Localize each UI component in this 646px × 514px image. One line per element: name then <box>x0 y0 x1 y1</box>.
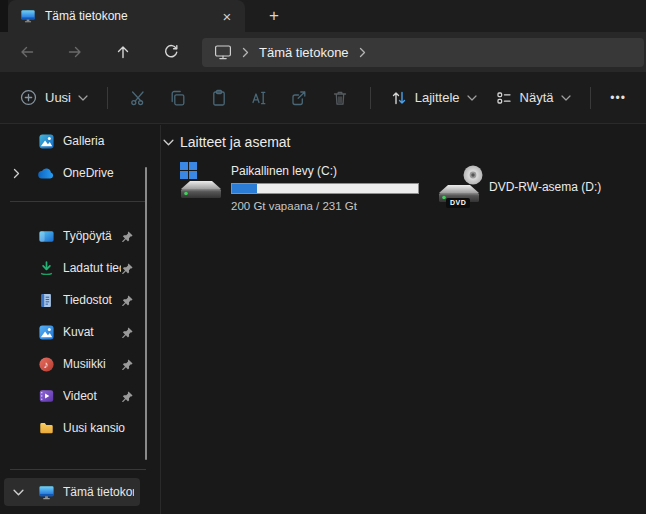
sidebar-item-label: Tiedostot <box>63 293 121 307</box>
videos-icon <box>36 387 56 405</box>
sidebar-item-label: OneDrive <box>63 166 134 180</box>
disc-icon <box>462 164 484 190</box>
collapse-chevron-icon[interactable] <box>10 489 36 496</box>
window-body: Galleria OneDrive <box>0 125 646 514</box>
rename-button[interactable] <box>244 81 274 115</box>
sidebar-divider <box>10 469 146 470</box>
share-button[interactable] <box>284 81 314 115</box>
documents-icon <box>36 291 56 309</box>
folder-icon <box>36 419 56 437</box>
sidebar-item-musiikki[interactable]: ♪ Musiikki <box>4 350 140 378</box>
chevron-down-icon <box>467 95 477 101</box>
drive-free-space: 200 Gt vapaana / 231 Gt <box>231 200 419 212</box>
cut-button[interactable] <box>123 81 153 115</box>
sidebar-item-kuvat[interactable]: Kuvat <box>4 318 140 346</box>
more-options-button[interactable]: ••• <box>600 83 636 113</box>
sidebar-item-ladatut-tiedostot[interactable]: Ladatut tiedostot <box>4 254 140 282</box>
chevron-right-icon[interactable] <box>359 47 366 58</box>
computer-icon <box>214 44 232 61</box>
toolbar-divider <box>370 87 371 109</box>
window-corner <box>0 0 8 32</box>
pictures-icon <box>36 323 56 341</box>
navigation-pane: Galleria OneDrive <box>0 125 160 514</box>
dvd-badge: DVD <box>446 198 470 208</box>
sidebar-item-label: Kuvat <box>63 325 121 339</box>
copy-button[interactable] <box>163 81 193 115</box>
dvd-drive-icon: DVD <box>437 166 481 208</box>
back-button[interactable] <box>10 37 44 67</box>
breadcrumb-location[interactable]: Tämä tietokone <box>259 45 349 60</box>
onedrive-icon <box>36 164 56 182</box>
drive-name: DVD-RW-asema (D:) <box>489 180 601 195</box>
toolbar-divider <box>107 87 108 109</box>
tab-close-button[interactable]: × <box>215 4 239 28</box>
sort-icon <box>390 89 408 107</box>
view-button-label: Näytä <box>520 90 554 105</box>
sort-button[interactable]: Lajittele <box>381 82 486 114</box>
desktop-icon <box>36 227 56 245</box>
command-bar: Uusi <box>0 72 646 124</box>
capacity-bar-fill <box>232 184 257 193</box>
drive-item-d[interactable]: DVD DVD-RW-asema (D:) <box>437 162 601 212</box>
chevron-right-icon <box>242 47 249 58</box>
navigation-bar: Tämä tietokone <box>0 32 646 72</box>
drive-item-c[interactable]: Paikallinen levy (C:) 200 Gt vapaana / 2… <box>179 162 419 212</box>
pin-icon <box>121 326 134 339</box>
sidebar-item-label: Tämä tietokone <box>63 485 134 499</box>
file-explorer-window: Tämä tietokone × + <box>0 0 646 514</box>
drive-name: Paikallinen levy (C:) <box>231 164 419 179</box>
pin-icon <box>121 390 134 403</box>
pin-icon <box>121 262 134 275</box>
gallery-icon <box>36 132 56 150</box>
pin-icon <box>121 358 134 371</box>
plus-circle-icon <box>19 88 38 107</box>
sidebar-item-galleria[interactable]: Galleria <box>4 127 140 155</box>
delete-button[interactable] <box>325 81 355 115</box>
view-button[interactable]: Näytä <box>486 82 580 114</box>
windows-logo-icon <box>180 162 197 179</box>
new-tab-button[interactable]: + <box>259 2 289 30</box>
new-button[interactable]: Uusi <box>10 81 97 114</box>
sidebar-item-onedrive[interactable]: OneDrive <box>4 159 140 187</box>
sidebar-scrollbar[interactable] <box>145 167 147 460</box>
chevron-down-icon <box>78 95 88 101</box>
sidebar-item-tama-tietokone[interactable]: Tämä tietokone <box>4 478 140 506</box>
music-note-glyph: ♪ <box>36 355 56 373</box>
downloads-icon <box>36 259 56 277</box>
this-pc-icon <box>20 8 36 24</box>
refresh-button[interactable] <box>154 37 188 67</box>
pin-icon <box>121 294 134 307</box>
group-header-label: Laitteet ja asemat <box>180 134 291 150</box>
tab-bar: Tämä tietokone × + <box>0 0 646 32</box>
sidebar-item-tyopoyta[interactable]: Työpöytä <box>4 222 140 250</box>
chevron-down-icon <box>163 139 174 146</box>
paste-button[interactable] <box>204 81 234 115</box>
capacity-bar <box>231 183 419 194</box>
sidebar-item-label: Ladatut tiedostot <box>63 261 121 275</box>
sidebar-item-label: Musiikki <box>63 357 121 371</box>
sidebar-item-label: Videot <box>63 389 121 403</box>
sidebar-item-label: Galleria <box>63 134 134 148</box>
chevron-down-icon <box>561 95 571 101</box>
address-bar[interactable]: Tämä tietokone <box>202 38 644 67</box>
explorer-tab[interactable]: Tämä tietokone × <box>8 0 245 32</box>
new-button-label: Uusi <box>45 90 71 105</box>
sidebar-item-label: Työpöytä <box>63 229 121 243</box>
music-icon: ♪ <box>36 355 56 373</box>
sidebar-item-label: Uusi kansio <box>63 421 134 435</box>
items-view: Laitteet ja asemat <box>160 125 646 514</box>
pin-icon <box>121 230 134 243</box>
group-header-devices-and-drives[interactable]: Laitteet ja asemat <box>163 134 646 150</box>
tab-title: Tämä tietokone <box>45 9 206 23</box>
sidebar-item-uusi-kansio[interactable]: Uusi kansio <box>4 414 140 442</box>
sidebar-item-videot[interactable]: Videot <box>4 382 140 410</box>
view-icon <box>495 89 513 107</box>
sidebar-item-tiedostot[interactable]: Tiedostot <box>4 286 140 314</box>
sidebar-divider <box>10 201 146 202</box>
up-button[interactable] <box>106 37 140 67</box>
computer-icon <box>36 483 56 501</box>
expand-chevron-icon[interactable] <box>10 168 36 179</box>
hard-drive-icon <box>179 162 223 204</box>
forward-button[interactable] <box>58 37 92 67</box>
sort-button-label: Lajittele <box>415 90 460 105</box>
